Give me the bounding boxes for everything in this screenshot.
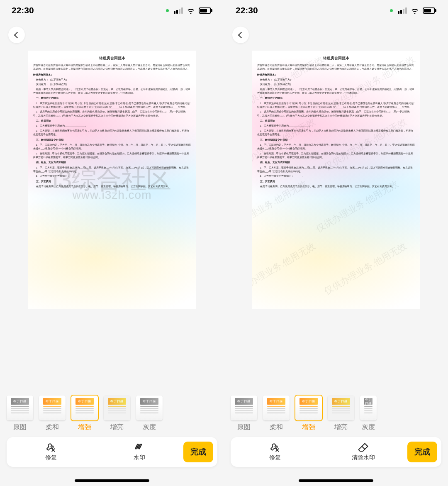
header	[224, 21, 448, 49]
home-indicator[interactable]	[224, 467, 448, 486]
filter-label: 增亮	[328, 423, 354, 432]
battery-icon	[199, 7, 212, 14]
wifi-icon	[186, 6, 195, 15]
chevron-left-icon	[238, 32, 245, 38]
status-icons	[390, 6, 436, 15]
filter-row[interactable]: 布丁扫描 原图 布丁扫描 柔和 布丁扫描 增强 布丁扫描 增亮 布丁扫描 灰度	[0, 394, 224, 433]
filter-label: 增强	[295, 423, 322, 432]
signal-icon	[174, 7, 183, 14]
clear-watermark-button[interactable]: 清除水印	[319, 443, 407, 462]
filter-grayscale[interactable]: 布丁扫描 灰度	[136, 396, 163, 432]
filter-original[interactable]: 布丁扫描 原图	[231, 396, 257, 432]
repair-label: 修复	[269, 454, 281, 462]
repair-icon	[46, 443, 56, 453]
recording-indicator	[390, 9, 393, 12]
repair-icon	[270, 443, 280, 453]
doc-title: 转租房合同范本	[257, 56, 415, 61]
filter-soft[interactable]: 布丁扫描 柔和	[39, 396, 66, 432]
filter-grayscale[interactable]: 布丁扫描 灰度	[360, 396, 377, 432]
done-button[interactable]: 完成	[407, 442, 437, 462]
home-indicator[interactable]	[0, 467, 224, 486]
filter-soft[interactable]: 布丁扫描 柔和	[263, 396, 290, 432]
watermark-icon	[134, 443, 145, 453]
status-time: 22:30	[12, 5, 34, 15]
doc-title: 转租房合同范本	[33, 56, 191, 61]
signal-icon	[398, 7, 407, 14]
repair-label: 修复	[45, 454, 57, 462]
recording-indicator	[166, 9, 169, 12]
filter-label: 原图	[7, 423, 33, 432]
document-preview[interactable]: 转租房合同范本 房屋转租合同是指房屋承租人将承租的房屋部分或者全部租赁给第三人，…	[252, 51, 420, 309]
filter-label: 增强	[71, 423, 98, 432]
filter-label: 灰度	[360, 423, 377, 432]
doc-section-red: 转租房合同范本1	[33, 73, 191, 77]
watermark-button[interactable]: 水印	[95, 443, 183, 462]
back-button[interactable]	[232, 27, 249, 43]
chevron-left-icon	[14, 32, 21, 38]
status-icons	[166, 6, 212, 15]
clear-watermark-label: 清除水印	[352, 454, 375, 462]
header	[0, 21, 224, 49]
filter-label: 柔和	[263, 423, 290, 432]
filter-enhance[interactable]: 布丁扫描 增强	[71, 396, 98, 432]
doc-section-red: 转租房合同范本1	[257, 73, 415, 77]
status-bar: 22:30	[0, 0, 224, 21]
center-watermark-sub: www.i3zh.com	[73, 188, 152, 202]
action-bar: 修复 水印 完成	[7, 437, 217, 467]
eraser-icon	[358, 443, 369, 453]
repair-button[interactable]: 修复	[231, 443, 319, 462]
repair-button[interactable]: 修复	[7, 443, 95, 462]
doc-intro: 房屋转租合同是指房屋承租人将承租的房屋部分或者全部租赁给第三人，由第三人向承租人…	[33, 63, 191, 71]
battery-icon	[423, 7, 436, 14]
done-button[interactable]: 完成	[183, 442, 213, 462]
status-bar: 22:30	[224, 0, 448, 21]
filter-label: 增亮	[104, 423, 130, 432]
status-time: 22:30	[236, 5, 258, 15]
document-preview[interactable]: 转租房合同范本 房屋转租合同是指房屋承租人将承租的房屋部分或者全部租赁给第三人，…	[28, 51, 196, 309]
back-button[interactable]	[8, 27, 25, 43]
filter-label: 灰度	[136, 423, 163, 432]
filter-brighten[interactable]: 布丁扫描 增亮	[104, 396, 130, 432]
doc-intro: 房屋转租合同是指房屋承租人将承租的房屋部分或者全部租赁给第三人，由第三人向承租人…	[257, 63, 415, 71]
wifi-icon	[410, 6, 419, 15]
filter-label: 柔和	[39, 423, 66, 432]
filter-original[interactable]: 布丁扫描 原图	[7, 396, 33, 432]
filter-label: 原图	[231, 423, 257, 432]
filter-brighten[interactable]: 布丁扫描 增亮	[328, 396, 354, 432]
watermark-label: 水印	[134, 454, 145, 462]
filter-row[interactable]: 布丁扫描 原图 布丁扫描 柔和 布丁扫描 增强 布丁扫描 增亮 布丁扫描 灰度	[224, 394, 448, 433]
filter-enhance[interactable]: 布丁扫描 增强	[295, 396, 322, 432]
action-bar: 修复 清除水印 完成	[231, 437, 441, 467]
